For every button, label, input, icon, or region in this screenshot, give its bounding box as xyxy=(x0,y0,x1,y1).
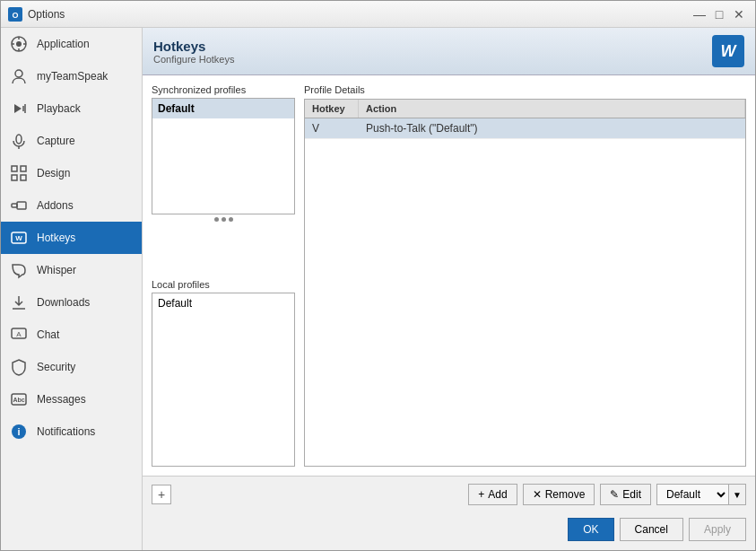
td-hotkey-0: V xyxy=(305,118,359,138)
sidebar-label-addons: Addons xyxy=(37,199,74,212)
local-profiles-list[interactable]: Default xyxy=(152,293,295,467)
synchronized-profiles-section: Synchronized profiles Default xyxy=(152,84,295,272)
table-row[interactable]: V Push-to-Talk ("Default") xyxy=(305,118,745,139)
playback-icon xyxy=(8,98,30,119)
right-panel: Profile Details Hotkey Action V Push-to-… xyxy=(304,84,746,467)
security-icon xyxy=(8,356,30,378)
myteamspeak-icon xyxy=(8,66,30,87)
dots-row xyxy=(152,214,295,224)
apply-button[interactable]: Apply xyxy=(689,518,746,541)
sidebar-item-myteamspeak[interactable]: myTeamSpeak xyxy=(1,60,142,92)
main-content: Hotkeys Configure Hotkeys W Synchronized… xyxy=(143,28,755,550)
remove-button[interactable]: ✕ Remove xyxy=(523,484,595,505)
sidebar-label-hotkeys: Hotkeys xyxy=(37,232,75,244)
edit-label: Edit xyxy=(622,488,641,501)
sidebar-item-addons[interactable]: Addons xyxy=(1,189,142,222)
sidebar-label-whisper: Whisper xyxy=(37,264,76,276)
table-body: V Push-to-Talk ("Default") xyxy=(305,118,745,466)
title-bar: O Options — □ ✕ xyxy=(1,1,755,28)
header-left: Hotkeys Configure Hotkeys xyxy=(153,39,235,65)
local-profiles-section: Local profiles Default xyxy=(152,279,295,467)
sync-profiles-label: Synchronized profiles xyxy=(152,84,295,95)
svg-rect-17 xyxy=(12,204,17,207)
window-controls: — □ ✕ xyxy=(691,6,748,22)
content-body: Synchronized profiles Default xyxy=(143,75,755,476)
two-panel-layout: Synchronized profiles Default xyxy=(152,84,746,467)
downloads-icon xyxy=(8,292,30,313)
cancel-button[interactable]: Cancel xyxy=(620,518,683,541)
ok-button[interactable]: OK xyxy=(568,518,613,541)
sidebar-item-hotkeys[interactable]: W Hotkeys xyxy=(1,222,142,254)
synchronized-profiles-list[interactable]: Default xyxy=(152,98,295,214)
left-panel: Synchronized profiles Default xyxy=(152,84,295,467)
sidebar-item-downloads[interactable]: Downloads xyxy=(1,286,142,319)
sidebar-item-application[interactable]: Application xyxy=(1,28,142,60)
svg-rect-13 xyxy=(12,166,17,171)
edit-button[interactable]: ✎ Edit xyxy=(600,484,651,505)
remove-icon: ✕ xyxy=(533,488,542,501)
local-profile-default[interactable]: Default xyxy=(152,293,294,313)
sidebar-label-downloads: Downloads xyxy=(37,296,90,309)
profile-select[interactable]: Default Custom xyxy=(656,484,728,505)
options-window: O Options — □ ✕ Application myTeamSpeak xyxy=(0,0,756,551)
svg-rect-15 xyxy=(12,175,17,180)
svg-rect-14 xyxy=(21,166,26,171)
dot-1 xyxy=(214,217,219,222)
table-header: Hotkey Action xyxy=(305,100,745,118)
section-icon: W xyxy=(712,35,744,67)
sidebar-item-playback[interactable]: Playback xyxy=(1,92,142,125)
edit-icon: ✎ xyxy=(610,488,619,501)
svg-text:i: i xyxy=(17,426,20,437)
sidebar-item-design[interactable]: Design xyxy=(1,157,142,189)
svg-text:A: A xyxy=(16,330,22,338)
dot-3 xyxy=(229,217,233,222)
content-header: Hotkeys Configure Hotkeys W xyxy=(143,28,755,75)
notifications-icon: i xyxy=(8,421,30,442)
th-action: Action xyxy=(359,100,745,118)
addons-icon xyxy=(8,195,30,216)
add-button[interactable]: + Add xyxy=(468,484,517,505)
select-dropdown-button[interactable]: ▼ xyxy=(728,484,746,505)
capture-icon xyxy=(8,130,30,152)
sidebar-item-chat[interactable]: A Chat xyxy=(1,319,142,351)
td-action-0: Push-to-Talk ("Default") xyxy=(359,118,745,138)
add-local-profile-button[interactable]: + xyxy=(152,485,171,504)
sidebar-label-notifications: Notifications xyxy=(37,425,95,438)
sidebar-label-myteamspeak: myTeamSpeak xyxy=(37,70,108,83)
svg-text:O: O xyxy=(12,11,18,20)
add-label: Add xyxy=(488,488,507,501)
minimize-button[interactable]: — xyxy=(691,6,708,22)
sidebar-label-capture: Capture xyxy=(37,135,75,147)
sidebar-item-capture[interactable]: Capture xyxy=(1,125,142,157)
window-body: Application myTeamSpeak Playback Capture xyxy=(1,28,755,550)
sidebar-label-playback: Playback xyxy=(37,102,81,115)
bottom-bar: + + Add ✕ Remove ✎ Edit Default C xyxy=(143,476,755,512)
section-subtitle: Configure Hotkeys xyxy=(153,54,235,65)
add-icon: + xyxy=(478,488,484,501)
hotkeys-table: Hotkey Action V Push-to-Talk ("Default") xyxy=(304,99,746,467)
sidebar-label-application: Application xyxy=(37,38,90,50)
sidebar-item-whisper[interactable]: Whisper xyxy=(1,254,142,286)
sidebar-label-chat: Chat xyxy=(37,328,59,341)
close-button[interactable]: ✕ xyxy=(730,6,748,22)
sidebar-label-design: Design xyxy=(37,167,70,179)
maximize-button[interactable]: □ xyxy=(710,6,728,22)
svg-rect-16 xyxy=(21,175,26,180)
svg-point-8 xyxy=(15,70,22,77)
profile-select-group: Default Custom ▼ xyxy=(656,484,746,505)
local-profiles-label: Local profiles xyxy=(152,279,295,290)
sidebar-item-security[interactable]: Security xyxy=(1,351,142,383)
application-icon xyxy=(8,33,30,55)
svg-rect-18 xyxy=(17,202,26,209)
hotkeys-icon: W xyxy=(8,227,30,249)
sidebar: Application myTeamSpeak Playback Capture xyxy=(1,28,143,550)
window-icon: O xyxy=(8,7,22,22)
design-icon xyxy=(8,162,30,184)
messages-icon: Abc xyxy=(8,389,30,410)
whisper-icon xyxy=(8,259,30,281)
sidebar-item-notifications[interactable]: i Notifications xyxy=(1,415,142,448)
section-title: Hotkeys xyxy=(153,39,235,54)
sidebar-item-messages[interactable]: Abc Messages xyxy=(1,383,142,415)
profile-details-label: Profile Details xyxy=(304,84,746,95)
sync-profile-default[interactable]: Default xyxy=(152,99,294,118)
